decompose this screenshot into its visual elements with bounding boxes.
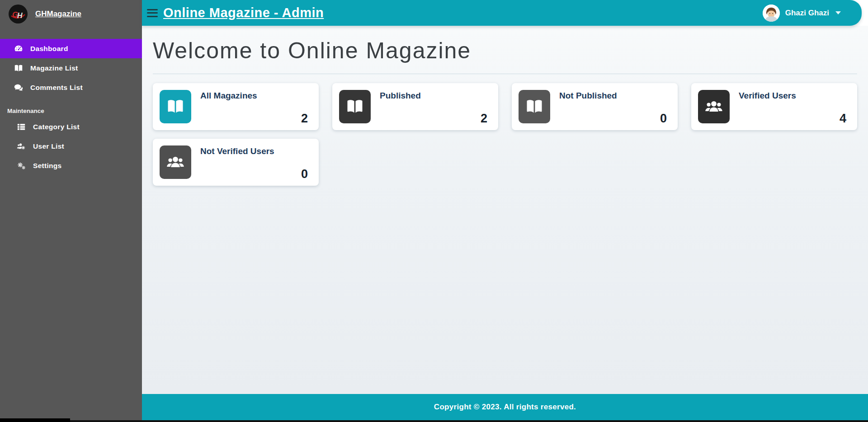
gh-logo-icon[interactable]: G H xyxy=(8,4,28,24)
topbar: Online Magazine - Admin Ghazi Ghazi xyxy=(142,0,862,26)
page-title: Welcome to Online Magazine xyxy=(153,38,868,64)
book-open-icon xyxy=(160,90,191,123)
sidebar-item-label: Category List xyxy=(33,123,80,131)
cogs-icon xyxy=(16,161,26,171)
sidebar: G H GHMagazine xyxy=(0,0,142,420)
stat-card-value: 2 xyxy=(301,113,311,125)
stat-card-not-published: Not Published 0 xyxy=(512,83,678,130)
sidebar-nav: Dashboard Magazine List xyxy=(0,39,142,175)
stat-card-value: 0 xyxy=(660,113,670,125)
stat-card-value: 2 xyxy=(481,113,490,125)
user-avatar xyxy=(763,5,780,22)
book-open-icon xyxy=(339,90,371,123)
window-bottom-edge xyxy=(0,420,868,422)
sidebar-item-label: Comments List xyxy=(30,84,83,92)
stat-card-label: All Magazines xyxy=(200,91,311,101)
main-content: Welcome to Online Magazine All Magazines… xyxy=(142,26,868,394)
heading-divider xyxy=(153,74,857,74)
sidebar-item-label: Settings xyxy=(33,162,62,170)
svg-text:H: H xyxy=(17,12,23,19)
caret-down-icon xyxy=(835,11,841,14)
window-bottom-edge-left xyxy=(0,418,70,422)
stat-cards: All Magazines 2 Published 2 xyxy=(153,83,857,186)
sidebar-item-label: Dashboard xyxy=(30,45,68,53)
comments-icon xyxy=(14,83,24,93)
sidebar-item-magazine-list[interactable]: Magazine List xyxy=(0,58,142,78)
stat-card-label: Published xyxy=(380,91,490,101)
stat-card-value: 4 xyxy=(840,113,849,125)
users-icon xyxy=(698,90,730,123)
book-open-icon xyxy=(519,90,550,123)
user-cog-icon xyxy=(16,141,26,151)
stat-card-label: Not Published xyxy=(559,91,670,101)
stat-card-verified-users: Verified Users 4 xyxy=(691,83,857,130)
sidebar-item-user-list[interactable]: User List xyxy=(0,136,142,156)
hamburger-icon[interactable] xyxy=(147,9,158,17)
book-open-icon xyxy=(14,63,24,73)
app-window: G H GHMagazine xyxy=(0,0,868,422)
sidebar-item-settings[interactable]: Settings xyxy=(0,156,142,175)
stat-card-label: Verified Users xyxy=(739,91,849,101)
tachometer-icon xyxy=(14,44,24,54)
user-name: Ghazi Ghazi xyxy=(785,9,829,18)
users-icon xyxy=(160,145,191,179)
stat-card-label: Not Verified Users xyxy=(200,146,311,156)
stat-card-value: 0 xyxy=(301,168,311,180)
list-icon xyxy=(16,122,26,132)
topbar-title-link[interactable]: Online Magazine - Admin xyxy=(163,5,324,20)
brand-link[interactable]: GHMagazine xyxy=(35,9,81,19)
sidebar-item-label: User List xyxy=(33,142,64,150)
footer: Copyright © 2023. All rights reserved. xyxy=(142,394,868,420)
stat-card-not-verified-users: Not Verified Users 0 xyxy=(153,139,319,186)
sidebar-section-maintenance: Maintenance xyxy=(0,105,142,116)
copyright-text: Copyright © 2023. All rights reserved. xyxy=(434,403,576,412)
sidebar-item-label: Magazine List xyxy=(30,64,78,72)
user-menu[interactable]: Ghazi Ghazi xyxy=(763,5,841,22)
sidebar-item-category-list[interactable]: Category List xyxy=(0,117,142,136)
sidebar-item-comments-list[interactable]: Comments List xyxy=(0,78,142,97)
sidebar-item-dashboard[interactable]: Dashboard xyxy=(0,39,142,58)
sidebar-header: G H GHMagazine xyxy=(0,0,142,28)
stat-card-all-magazines: All Magazines 2 xyxy=(153,83,319,130)
stat-card-published: Published 2 xyxy=(332,83,498,130)
